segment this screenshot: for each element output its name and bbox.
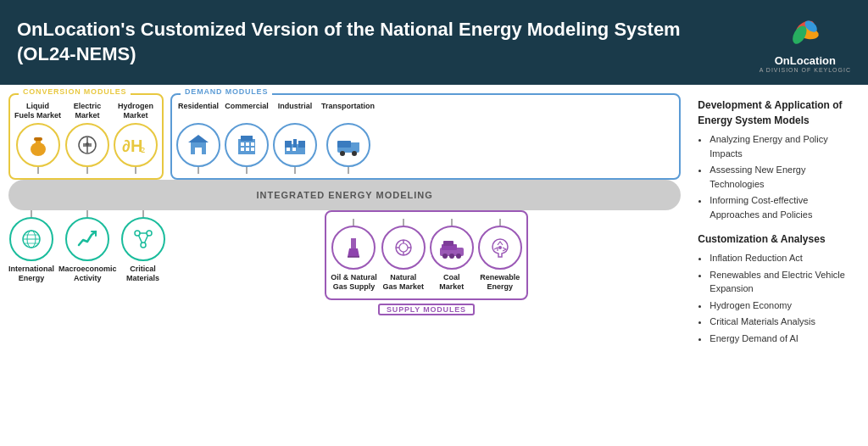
svg-rect-27 — [292, 148, 296, 151]
supply-module-renewable: RenewableEnergy — [478, 219, 522, 294]
module-name-coal: CoalMarket — [439, 273, 464, 292]
hydrogen-market-icon: ∂H₂ — [114, 123, 158, 167]
module-name-international: InternationalEnergy — [8, 265, 54, 283]
bullet-2-2: Renewables and Electric Vehicle Expansio… — [709, 268, 855, 296]
svg-rect-47 — [348, 241, 351, 245]
svg-point-39 — [147, 231, 152, 236]
bullet-1-3: Informing Cost-effective Approaches and … — [709, 193, 855, 221]
svg-point-8 — [86, 142, 89, 146]
module-name-hydrogen: HydrogenMarket — [118, 102, 153, 120]
section2-bullets: Inflation Reduction Act Renewables and E… — [709, 251, 855, 345]
module-name-oil: Oil & NaturalGas Supply — [331, 273, 377, 292]
right-panel: Development & Application of Energy Syst… — [689, 93, 860, 446]
left-module-critical: CriticalMaterials — [121, 210, 165, 286]
demand-label: DEMAND MODULES — [181, 87, 272, 96]
module-name-electric: ElectricMarket — [74, 102, 102, 120]
svg-rect-25 — [298, 141, 305, 148]
svg-point-31 — [352, 151, 357, 156]
main-content: CONVERSION MODULES LiquidFuels Market El… — [0, 85, 868, 446]
section2-title: Customization & Analyses — [698, 231, 855, 247]
svg-rect-14 — [238, 139, 255, 154]
svg-point-58 — [456, 254, 461, 259]
residential-icon — [176, 123, 220, 167]
critical-materials-icon — [121, 217, 165, 261]
module-name-macroeconomic: MacroeconomicActivity — [58, 265, 117, 283]
macroeconomic-icon — [65, 217, 109, 261]
svg-text:₂: ₂ — [141, 141, 146, 154]
module-name-critical: CriticalMaterials — [126, 265, 159, 283]
demand-module-industrial: Industrial — [273, 102, 317, 174]
module-name-commercial: Commercial — [225, 102, 269, 120]
svg-point-38 — [135, 231, 140, 236]
svg-rect-59 — [443, 241, 453, 246]
demand-modules-box: DEMAND MODULES Residential Commercial — [170, 93, 681, 180]
conversion-label: CONVERSION MODULES — [19, 87, 131, 96]
svg-rect-24 — [293, 139, 297, 148]
demand-module-commercial: Commercial — [225, 102, 269, 174]
conversion-modules-box: CONVERSION MODULES LiquidFuels Market El… — [8, 93, 164, 180]
left-module-macroeconomic: MacroeconomicActivity — [58, 210, 117, 286]
header: OnLocation's Customized Version of the N… — [0, 0, 868, 85]
integration-bar: INTEGRATED ENERGY MODELING — [8, 180, 681, 210]
svg-point-49 — [399, 243, 408, 252]
bullet-2-5: Energy Demand of AI — [709, 332, 855, 346]
bullet-1-1: Analyzing Energy and Policy Impacts — [709, 132, 855, 160]
svg-rect-21 — [251, 148, 254, 151]
bullet-2-3: Hydrogen Economy — [709, 298, 855, 313]
svg-point-40 — [141, 243, 146, 248]
svg-rect-17 — [246, 142, 249, 146]
module-name-renewable: RenewableEnergy — [480, 273, 520, 292]
svg-rect-15 — [241, 136, 253, 141]
svg-text:∂H: ∂H — [122, 137, 142, 155]
left-module-international: InternationalEnergy — [8, 210, 54, 286]
svg-rect-13 — [195, 148, 202, 154]
svg-rect-19 — [241, 148, 244, 151]
coal-market-icon — [430, 226, 474, 270]
logo-sub: A DIVISION OF KEYLOGIC — [760, 67, 851, 73]
logo-area: OnLocation A DIVISION OF KEYLOGIC — [760, 12, 851, 73]
svg-rect-16 — [241, 142, 244, 146]
module-name-liquid: LiquidFuels Market — [14, 102, 61, 120]
supply-modules-box: Oil & NaturalGas Supply NaturalGas Marke… — [325, 210, 528, 300]
section1-title: Development & Application of Energy Syst… — [698, 98, 855, 128]
renewable-energy-icon — [478, 226, 522, 270]
conversion-module-liquid: LiquidFuels Market — [14, 102, 61, 174]
liquid-fuels-icon — [16, 123, 60, 167]
svg-rect-44 — [351, 238, 356, 248]
commercial-icon — [225, 123, 269, 167]
electric-market-icon — [65, 123, 109, 167]
svg-point-56 — [442, 254, 448, 259]
demand-module-residential: Residential — [176, 102, 220, 174]
supply-modules-area: Oil & NaturalGas Supply NaturalGas Marke… — [172, 210, 682, 315]
onlocation-logo-icon — [784, 12, 826, 54]
left-modules: InternationalEnergy MacroeconomicActivit… — [8, 210, 165, 286]
module-name-residential: Residential — [178, 102, 219, 120]
supply-module-coal: CoalMarket — [430, 219, 474, 294]
bullet-2-1: Inflation Reduction Act — [709, 251, 855, 265]
supply-label: SUPPLY MODULES — [378, 304, 475, 315]
demand-module-transportation: Transportation — [321, 102, 375, 174]
conversion-module-electric: ElectricMarket — [65, 102, 109, 174]
svg-rect-29 — [337, 141, 351, 148]
section1-bullets: Analyzing Energy and Policy Impacts Asse… — [709, 132, 855, 221]
module-name-industrial: Industrial — [278, 102, 313, 120]
integration-text: INTEGRATED ENERGY MODELING — [256, 190, 432, 200]
svg-rect-26 — [287, 148, 290, 151]
transportation-icon — [326, 123, 370, 167]
svg-point-60 — [498, 246, 502, 249]
oil-gas-supply-icon — [331, 226, 376, 270]
natural-gas-market-icon — [381, 226, 426, 270]
svg-marker-45 — [348, 248, 359, 257]
svg-rect-23 — [285, 141, 292, 148]
bullet-2-4: Critical Materials Analysis — [709, 315, 855, 329]
svg-point-57 — [449, 254, 454, 259]
module-name-natgas: NaturalGas Market — [382, 273, 424, 292]
supply-module-natgas: NaturalGas Market — [381, 219, 426, 294]
bullet-1-2: Assessing New Energy Technologies — [709, 163, 855, 191]
supply-module-oil: Oil & NaturalGas Supply — [331, 219, 377, 294]
svg-rect-32 — [351, 142, 359, 148]
diagram-area: CONVERSION MODULES LiquidFuels Market El… — [8, 93, 681, 446]
svg-line-43 — [144, 236, 147, 243]
logo-name: OnLocation — [775, 54, 836, 67]
industrial-icon — [273, 123, 317, 167]
